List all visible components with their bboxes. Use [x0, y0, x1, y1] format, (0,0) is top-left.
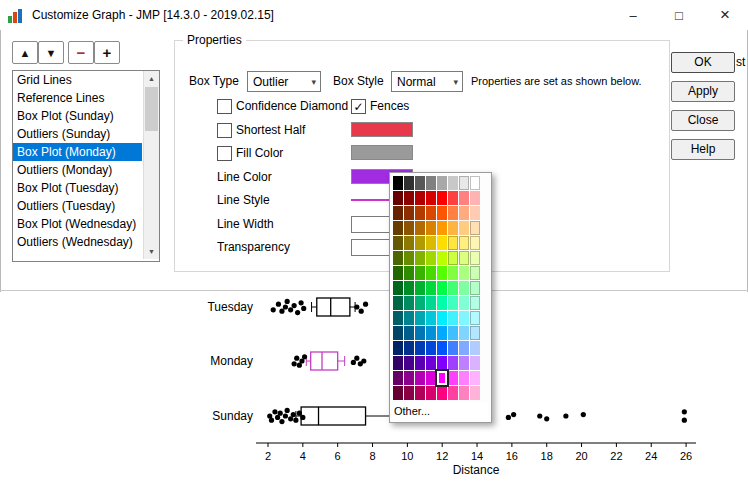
palette-cell[interactable] — [437, 326, 447, 340]
checkbox-confidence-diamond[interactable] — [217, 99, 232, 114]
palette-cell[interactable] — [448, 206, 458, 220]
palette-cell[interactable] — [393, 281, 403, 295]
palette-cell[interactable] — [470, 251, 480, 265]
palette-other-option[interactable]: Other... — [393, 403, 488, 419]
palette-cell[interactable] — [437, 296, 447, 310]
palette-cell[interactable] — [404, 266, 414, 280]
palette-cell[interactable] — [459, 281, 469, 295]
palette-cell[interactable] — [426, 296, 436, 310]
fill-color-swatch[interactable] — [351, 145, 413, 160]
palette-cell[interactable] — [459, 356, 469, 370]
palette-cell[interactable] — [448, 386, 458, 400]
list-scrollbar[interactable]: ▲ ▼ — [143, 71, 159, 259]
palette-cell[interactable] — [404, 341, 414, 355]
palette-cell[interactable] — [404, 176, 414, 190]
palette-cell[interactable] — [448, 311, 458, 325]
palette-cell[interactable] — [470, 386, 480, 400]
palette-cell[interactable] — [415, 326, 425, 340]
palette-cell[interactable] — [470, 371, 480, 385]
checkbox-shortest-half[interactable] — [217, 123, 232, 138]
palette-cell[interactable] — [415, 191, 425, 205]
palette-cell[interactable] — [393, 356, 403, 370]
palette-cell[interactable] — [415, 251, 425, 265]
palette-cell[interactable] — [437, 281, 447, 295]
maximize-button[interactable]: □ — [656, 0, 702, 30]
move-down-button[interactable]: ▼ — [38, 41, 64, 64]
close-action-button[interactable]: Close — [671, 110, 735, 131]
palette-cell[interactable] — [437, 386, 447, 400]
palette-cell[interactable] — [393, 341, 403, 355]
palette-cell[interactable] — [393, 221, 403, 235]
palette-cell[interactable] — [470, 221, 480, 235]
palette-cell[interactable] — [470, 296, 480, 310]
list-item[interactable]: Box Plot (Sunday) — [13, 107, 142, 125]
palette-cell[interactable] — [404, 311, 414, 325]
palette-cell[interactable] — [470, 191, 480, 205]
palette-cell[interactable] — [437, 311, 447, 325]
palette-cell[interactable] — [426, 356, 436, 370]
palette-cell[interactable] — [404, 251, 414, 265]
palette-cell[interactable] — [393, 176, 403, 190]
palette-cell[interactable] — [448, 236, 458, 250]
palette-cell[interactable] — [470, 206, 480, 220]
move-up-button[interactable]: ▲ — [12, 41, 38, 64]
palette-cell[interactable] — [459, 176, 469, 190]
palette-cell[interactable] — [448, 281, 458, 295]
palette-cell[interactable] — [415, 371, 425, 385]
palette-cell[interactable] — [459, 311, 469, 325]
list-item[interactable]: Outliers (Monday) — [13, 161, 142, 179]
shortest-half-swatch[interactable] — [351, 122, 413, 137]
palette-cell[interactable] — [470, 236, 480, 250]
palette-cell[interactable] — [437, 371, 447, 385]
palette-cell[interactable] — [448, 326, 458, 340]
palette-cell[interactable] — [404, 281, 414, 295]
palette-cell[interactable] — [459, 386, 469, 400]
palette-cell[interactable] — [426, 281, 436, 295]
palette-cell[interactable] — [415, 206, 425, 220]
palette-cell[interactable] — [426, 221, 436, 235]
palette-cell[interactable] — [404, 386, 414, 400]
palette-cell[interactable] — [404, 191, 414, 205]
palette-cell[interactable] — [459, 206, 469, 220]
scroll-thumb[interactable] — [145, 87, 158, 131]
apply-button[interactable]: Apply — [671, 81, 735, 102]
palette-cell[interactable] — [393, 371, 403, 385]
palette-cell[interactable] — [426, 371, 436, 385]
palette-cell[interactable] — [470, 176, 480, 190]
palette-cell[interactable] — [426, 191, 436, 205]
list-item[interactable]: Grid Lines — [13, 71, 142, 89]
palette-cell[interactable] — [415, 386, 425, 400]
palette-cell[interactable] — [437, 206, 447, 220]
palette-cell[interactable] — [437, 176, 447, 190]
box-style-select[interactable]: Normal ▾ — [391, 71, 463, 92]
palette-cell[interactable] — [448, 356, 458, 370]
palette-cell[interactable] — [415, 356, 425, 370]
palette-cell[interactable] — [426, 311, 436, 325]
palette-cell[interactable] — [404, 371, 414, 385]
palette-cell[interactable] — [393, 326, 403, 340]
list-item[interactable]: Reference Lines — [13, 89, 142, 107]
remove-button[interactable]: − — [68, 41, 94, 64]
palette-cell[interactable] — [459, 251, 469, 265]
palette-cell[interactable] — [404, 206, 414, 220]
palette-cell[interactable] — [437, 266, 447, 280]
list-item[interactable]: Box Plot (Wednesday) — [13, 215, 142, 233]
palette-cell[interactable] — [437, 221, 447, 235]
box-type-select[interactable]: Outlier ▾ — [247, 71, 321, 92]
palette-cell[interactable] — [393, 236, 403, 250]
palette-cell[interactable] — [393, 311, 403, 325]
palette-cell[interactable] — [404, 221, 414, 235]
palette-cell[interactable] — [404, 326, 414, 340]
palette-cell[interactable] — [393, 206, 403, 220]
palette-cell[interactable] — [448, 371, 458, 385]
palette-cell[interactable] — [415, 281, 425, 295]
palette-cell[interactable] — [393, 296, 403, 310]
palette-cell[interactable] — [426, 206, 436, 220]
palette-cell[interactable] — [393, 386, 403, 400]
scroll-down-button[interactable]: ▼ — [144, 244, 159, 259]
palette-cell[interactable] — [448, 266, 458, 280]
scroll-up-button[interactable]: ▲ — [144, 71, 159, 86]
palette-cell[interactable] — [459, 266, 469, 280]
palette-cell[interactable] — [459, 296, 469, 310]
minimize-button[interactable]: – — [610, 0, 656, 30]
